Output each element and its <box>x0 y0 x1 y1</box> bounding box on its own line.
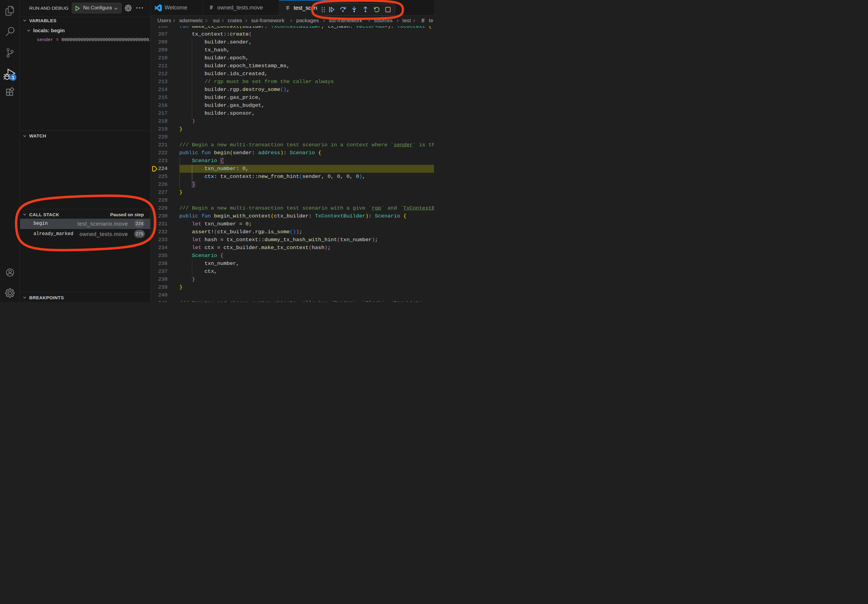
svg-text:1: 1 <box>12 75 14 80</box>
